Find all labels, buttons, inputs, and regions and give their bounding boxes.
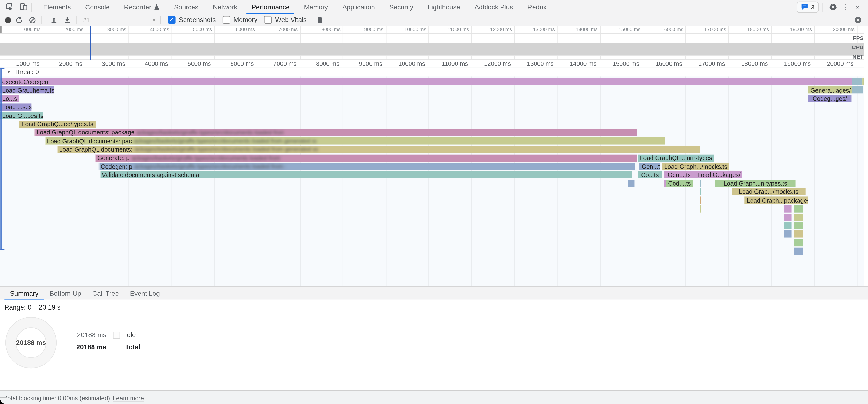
- clear-button[interactable]: [27, 14, 38, 25]
- flame-bar-segment[interactable]: [700, 197, 702, 204]
- flame-bar-codegen-p[interactable]: Codegen: packages/baskets/giraffe-types/…: [99, 163, 635, 170]
- trash-icon[interactable]: [314, 14, 326, 25]
- flame-bar-load-g-kages-[interactable]: Load G...kages/: [695, 171, 742, 179]
- thread-header[interactable]: ▼ Thread 0: [0, 68, 864, 76]
- flame-bar-load-graph-packages-[interactable]: Load Graph...packages/: [744, 197, 808, 204]
- flamechart[interactable]: ▼ Thread 0 executeCodegenLoad Gra...hema…: [0, 68, 865, 286]
- flame-bar-segment[interactable]: [628, 180, 634, 187]
- flame-gridline: [771, 68, 772, 286]
- tab-network[interactable]: Network: [206, 0, 244, 14]
- device-toolbar-icon[interactable]: [19, 2, 28, 11]
- flame-bar-validate-documents-against-schema[interactable]: Validate documents against schema: [99, 171, 631, 179]
- flame-bar-load-s-ts[interactable]: Load ...s.ts: [0, 103, 31, 111]
- flame-bar-lo-s[interactable]: Lo...s: [0, 95, 19, 102]
- flame-bar-segment[interactable]: [700, 180, 702, 187]
- flame-bar-cod-ts[interactable]: Cod....ts: [666, 180, 693, 187]
- flame-bar-segment[interactable]: [795, 230, 803, 238]
- timeline-overview[interactable]: 1000 ms2000 ms3000 ms4000 ms5000 ms6000 …: [0, 26, 868, 60]
- flame-bar-load-graphq-ed-types-ts[interactable]: Load GraphQ...ed/types.ts: [20, 120, 96, 128]
- flame-bar-segment[interactable]: [795, 214, 803, 221]
- overview-tick-label: 1000 ms: [0, 27, 41, 33]
- detail-tab-summary[interactable]: Summary: [4, 287, 44, 300]
- flame-bar-segment[interactable]: [664, 180, 666, 187]
- tab-elements[interactable]: Elements: [36, 0, 78, 14]
- ruler-tick-label: 16000 ms: [632, 60, 682, 67]
- detail-tab-call-tree[interactable]: Call Tree: [87, 287, 124, 300]
- range-label: Range: 0 – 20.19 s: [4, 304, 61, 311]
- flame-bar-segment[interactable]: [700, 205, 702, 212]
- detail-tab-event-log[interactable]: Event Log: [124, 287, 165, 300]
- tab-performance[interactable]: Performance: [244, 0, 297, 14]
- flame-bar-generate-p[interactable]: Generate: packages/baskets/giraffe-types…: [95, 154, 637, 161]
- tab-label: Redux: [527, 3, 547, 11]
- flame-bar-segment[interactable]: [784, 205, 792, 212]
- flame-bar-load-graph-mocks-ts[interactable]: Load Graph.../mocks.ts: [662, 163, 729, 170]
- tab-adblock-plus[interactable]: Adblock Plus: [467, 0, 520, 14]
- flame-bar-segment[interactable]: [795, 239, 803, 246]
- flame-bar-segment[interactable]: [784, 230, 792, 238]
- history-dropdown[interactable]: #1 ▼: [81, 17, 156, 23]
- more-menu-icon[interactable]: ⋮: [839, 1, 851, 13]
- save-profile-icon[interactable]: [62, 14, 73, 25]
- tab-lighthouse[interactable]: Lighthouse: [421, 0, 467, 14]
- issues-messages-button[interactable]: 3: [797, 1, 819, 12]
- overview-tick-label: 18000 ms: [724, 27, 769, 33]
- flame-bar-segment[interactable]: [795, 205, 803, 212]
- flame-bar-codeg-ges-[interactable]: Codeg...ges/: [808, 95, 851, 102]
- flame-bar-segment[interactable]: [784, 222, 792, 229]
- flame-bar-segment[interactable]: [795, 248, 803, 255]
- tab-console[interactable]: Console: [78, 0, 117, 14]
- tab-label: Adblock Plus: [475, 3, 513, 11]
- memory-checkbox[interactable]: [222, 16, 230, 24]
- messages-badge: 3: [811, 4, 814, 10]
- overview-cursor-line[interactable]: [90, 26, 91, 60]
- settings-gear-icon[interactable]: [827, 1, 839, 13]
- detail-tab-bottom-up[interactable]: Bottom-Up: [44, 287, 87, 300]
- tab-recorder[interactable]: Recorder: [117, 0, 167, 14]
- flame-bar-load-graph-n-types-ts[interactable]: Load Graph...n-types.ts: [715, 180, 795, 187]
- screenshots-checkbox[interactable]: [168, 16, 176, 24]
- learn-more-link[interactable]: Learn more: [113, 395, 144, 401]
- flame-bar-load-graphql-documents-pac[interactable]: Load GraphQL documents: pacackages/baske…: [45, 137, 665, 145]
- flame-bar-segment[interactable]: [852, 78, 862, 85]
- flame-bar-label: Generate: p: [95, 155, 132, 161]
- devtools-tabbar: ElementsConsoleRecorderSourcesNetworkPer…: [0, 0, 868, 14]
- flame-bar-segment[interactable]: [784, 214, 792, 221]
- flame-bar-load-graphql-documents-package[interactable]: Load GraphQL documents: packageackages/b…: [34, 129, 637, 136]
- flame-bar-label: Load ...s.ts: [0, 104, 31, 110]
- tab-redux[interactable]: Redux: [520, 0, 554, 14]
- overview-left-handle[interactable]: [0, 26, 2, 33]
- load-profile-icon[interactable]: [48, 14, 59, 25]
- flame-bar-load-graphql-urn-types-ts[interactable]: Load GraphQL ...urn-types.ts: [638, 154, 714, 161]
- flame-bar-gen-ts[interactable]: Gen....ts: [664, 171, 695, 179]
- flame-bar-load-gra-hema-ts[interactable]: Load Gra...hema.ts: [0, 87, 54, 94]
- flame-bar-load-grap-mocks-ts[interactable]: Load Grap.../mocks.ts: [732, 188, 806, 195]
- tab-label: Elements: [43, 3, 71, 11]
- tab-security[interactable]: Security: [382, 0, 421, 14]
- overview-tick-label: 6000 ms: [211, 27, 255, 33]
- flame-bar-load-graphql-documents-[interactable]: Load GraphQL documents:ackages/baskets/g…: [57, 146, 700, 153]
- divider: [76, 15, 77, 25]
- collapse-triangle-icon[interactable]: ▼: [6, 69, 11, 74]
- flame-bar-executecodegen[interactable]: executeCodegen: [0, 78, 852, 85]
- flame-bar-segment[interactable]: [700, 188, 702, 195]
- flame-bar-segment[interactable]: [852, 87, 863, 94]
- history-current-label: #1: [83, 17, 90, 23]
- flame-bar-segment[interactable]: [862, 78, 864, 85]
- tab-application[interactable]: Application: [335, 0, 382, 14]
- capture-settings-gear-icon[interactable]: [852, 14, 864, 25]
- web-vitals-checkbox[interactable]: [264, 16, 272, 24]
- flame-bar-segment[interactable]: [795, 222, 803, 229]
- flame-bar-co-ts[interactable]: Co...ts: [638, 171, 662, 179]
- flame-bar-genera-ages-[interactable]: Genera...ages/: [808, 87, 852, 94]
- close-icon[interactable]: ×: [851, 1, 863, 13]
- tab-sources[interactable]: Sources: [167, 0, 206, 14]
- flame-bar-load-g-pes-ts[interactable]: Load G...pes.ts: [0, 112, 43, 119]
- record-button[interactable]: [5, 17, 11, 23]
- reload-and-record-button[interactable]: [13, 14, 25, 25]
- flame-bar-gen-ts[interactable]: Gen...ts: [640, 163, 660, 170]
- tab-memory[interactable]: Memory: [297, 0, 335, 14]
- inspect-icon[interactable]: [5, 2, 14, 11]
- flame-bar-label: Load Graph.../mocks.ts: [662, 163, 729, 169]
- ruler-tick-label: 14000 ms: [547, 60, 596, 67]
